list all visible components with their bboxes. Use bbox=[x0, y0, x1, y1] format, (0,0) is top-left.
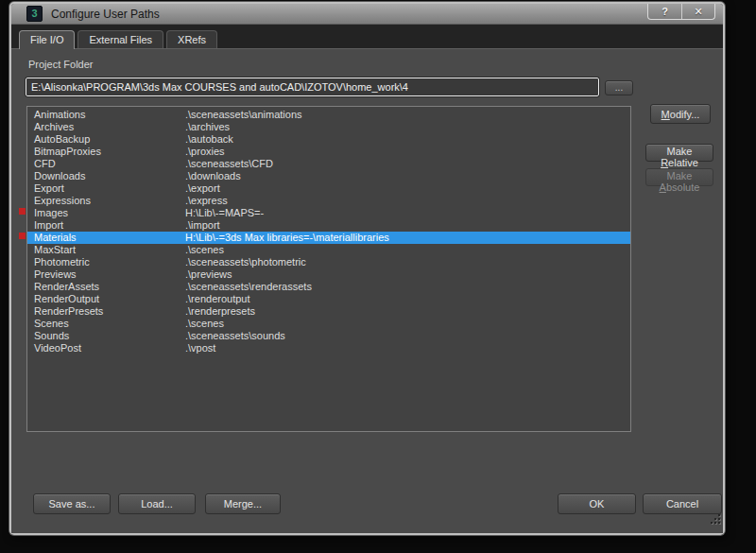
path-row[interactable]: Expressions .\express bbox=[27, 195, 630, 207]
tab-bar: File I/O External Files XRefs bbox=[11, 25, 723, 49]
path-name: RenderAssets bbox=[27, 281, 185, 293]
path-value: .\express bbox=[185, 195, 630, 207]
path-row[interactable]: BitmapProxies .\proxies bbox=[27, 146, 630, 158]
path-row[interactable]: RenderOutput .\renderoutput bbox=[27, 293, 630, 305]
configure-user-paths-dialog: 3 Configure User Paths ? ✕ File I/O Exte… bbox=[9, 2, 725, 535]
path-row[interactable]: Sounds .\sceneassets\sounds bbox=[27, 330, 630, 342]
path-value: H:\Lib\-=3ds Max libraries=-\materiallib… bbox=[185, 232, 630, 244]
browse-button[interactable]: ... bbox=[605, 80, 633, 95]
path-row[interactable]: Scenes .\scenes bbox=[27, 318, 630, 330]
path-name: RenderPresets bbox=[27, 305, 185, 318]
path-name: BitmapProxies bbox=[27, 146, 185, 158]
path-row[interactable]: CFD .\sceneassets\CFD bbox=[27, 158, 630, 170]
file-io-panel: Project Folder ... Animations .\sceneass… bbox=[11, 49, 723, 533]
path-value: .\previews bbox=[185, 268, 630, 281]
path-name: Export bbox=[27, 182, 185, 195]
path-value: .\sceneassets\renderassets bbox=[185, 281, 630, 293]
desktop-background: 3 Configure User Paths ? ✕ File I/O Exte… bbox=[0, 0, 756, 553]
cancel-button[interactable]: Cancel bbox=[643, 493, 722, 514]
path-value: .\renderoutput bbox=[185, 293, 630, 305]
path-row[interactable]: AutoBackup .\autoback bbox=[27, 133, 630, 146]
path-row[interactable]: Previews .\previews bbox=[27, 268, 630, 281]
path-name: Expressions bbox=[27, 195, 185, 207]
path-value: .\export bbox=[185, 182, 630, 195]
3ds-max-icon: 3 bbox=[26, 6, 43, 22]
path-value: H:\Lib\-=MAPS=- bbox=[185, 207, 630, 219]
resize-grip[interactable] bbox=[711, 514, 722, 526]
path-name: MaxStart bbox=[27, 244, 185, 256]
path-value: .\downloads bbox=[185, 170, 630, 182]
modified-path-flag-icon bbox=[19, 208, 26, 215]
path-row[interactable]: Images H:\Lib\-=MAPS=- bbox=[27, 207, 630, 219]
make-absolute-button: Make Absolute bbox=[645, 168, 713, 186]
path-value: .\import bbox=[185, 219, 630, 232]
path-row[interactable]: VideoPost .\vpost bbox=[27, 342, 630, 354]
path-value: .\sceneassets\photometric bbox=[185, 256, 630, 268]
path-name: Materials bbox=[27, 232, 185, 244]
path-name: RenderOutput bbox=[27, 293, 185, 305]
path-value: .\archives bbox=[185, 121, 630, 133]
merge-button[interactable]: Merge... bbox=[205, 493, 281, 514]
path-name: Scenes bbox=[27, 318, 185, 330]
path-name: Images bbox=[27, 207, 185, 219]
path-name: Photometric bbox=[27, 256, 185, 268]
path-row[interactable]: MaxStart .\scenes bbox=[27, 244, 630, 256]
path-value: .\scenes bbox=[185, 244, 630, 256]
path-name: Import bbox=[27, 219, 185, 232]
path-value: .\sceneassets\CFD bbox=[185, 158, 630, 170]
path-row[interactable]: Downloads .\downloads bbox=[27, 170, 630, 182]
load-button[interactable]: Load... bbox=[118, 493, 196, 514]
path-row[interactable]: Archives .\archives bbox=[27, 121, 630, 133]
project-folder-input[interactable] bbox=[26, 78, 599, 96]
path-name: VideoPost bbox=[27, 342, 185, 354]
project-folder-label: Project Folder bbox=[28, 59, 93, 70]
path-row[interactable]: Export .\export bbox=[27, 182, 630, 195]
path-value: .\sceneassets\animations bbox=[185, 109, 630, 121]
path-row[interactable]: RenderAssets .\sceneassets\renderassets bbox=[27, 281, 630, 293]
path-row[interactable]: Animations .\sceneassets\animations bbox=[27, 109, 630, 121]
path-name: Archives bbox=[27, 121, 185, 133]
window-title: Configure User Paths bbox=[51, 8, 160, 21]
path-value: .\renderpresets bbox=[185, 305, 630, 318]
path-value: .\sceneassets\sounds bbox=[185, 330, 630, 342]
modify-button[interactable]: Modify... bbox=[650, 104, 711, 124]
modified-path-flag-icon bbox=[19, 233, 26, 239]
path-name: CFD bbox=[27, 158, 185, 170]
help-icon[interactable]: ? bbox=[648, 4, 681, 19]
save-as-button[interactable]: Save as... bbox=[33, 493, 111, 514]
path-row[interactable]: Materials H:\Lib\-=3ds Max libraries=-\m… bbox=[27, 232, 630, 244]
path-name: Sounds bbox=[27, 330, 185, 342]
tab-external-files[interactable]: External Files bbox=[77, 30, 163, 48]
make-relative-button[interactable]: Make Relative bbox=[645, 144, 713, 162]
path-value: .\proxies bbox=[185, 146, 630, 158]
tab-xrefs[interactable]: XRefs bbox=[166, 30, 217, 48]
path-name: Downloads bbox=[27, 170, 185, 182]
user-paths-list[interactable]: Animations .\sceneassets\animations Arch… bbox=[26, 106, 631, 432]
path-value: .\vpost bbox=[185, 342, 630, 354]
path-name: Previews bbox=[27, 268, 185, 281]
path-name: Animations bbox=[27, 109, 185, 121]
path-row[interactable]: RenderPresets .\renderpresets bbox=[27, 305, 630, 318]
path-value: .\scenes bbox=[185, 318, 630, 330]
ok-button[interactable]: OK bbox=[558, 493, 636, 514]
path-row[interactable]: Import .\import bbox=[27, 219, 630, 232]
path-row[interactable]: Photometric .\sceneassets\photometric bbox=[27, 256, 630, 268]
close-icon[interactable]: ✕ bbox=[681, 4, 714, 19]
path-name: AutoBackup bbox=[27, 133, 185, 146]
tab-file-io[interactable]: File I/O bbox=[19, 30, 75, 49]
caption-buttons: ? ✕ bbox=[647, 4, 715, 20]
titlebar[interactable]: 3 Configure User Paths ? ✕ bbox=[11, 4, 723, 25]
path-value: .\autoback bbox=[185, 133, 630, 146]
